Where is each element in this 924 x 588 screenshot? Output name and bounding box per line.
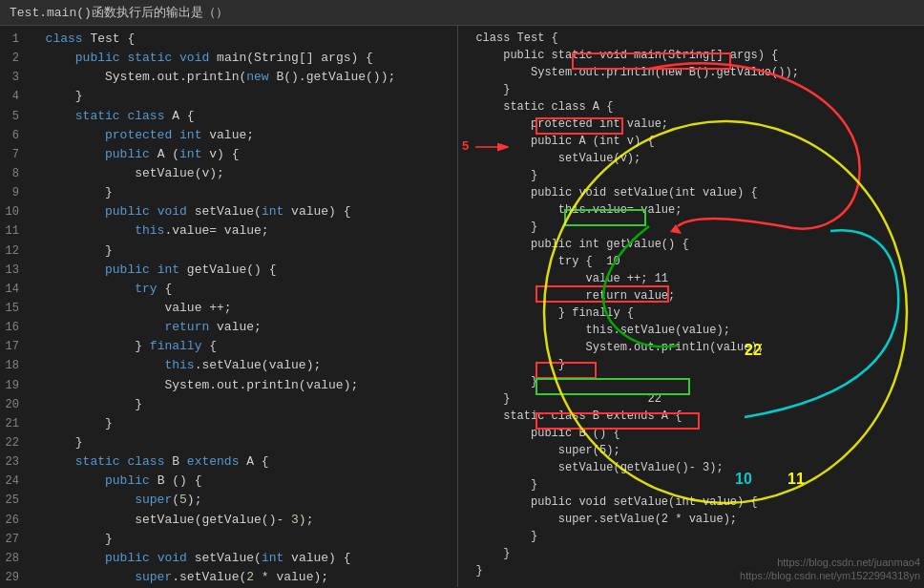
left-code-line: 24 public B () {	[0, 472, 457, 491]
right-code-line: public static void main(String[] args) {	[458, 47, 924, 64]
left-code-line: 20 }	[0, 395, 457, 414]
title-bar: Test.main()函数执行后的输出是（）	[0, 0, 924, 26]
main-container: 1 class Test {2 public static void main(…	[0, 26, 924, 587]
right-line-text: public int getValue() {	[462, 236, 689, 253]
line-number: 21	[4, 415, 31, 433]
left-code-line: 19 System.out.println(value);	[0, 376, 457, 395]
right-code-block: class Test { public static void main(Str…	[458, 30, 924, 579]
line-number: 6	[4, 127, 31, 145]
left-code-line: 17 } finally {	[0, 337, 457, 356]
line-number: 11	[4, 222, 31, 241]
right-code-line: public A (int v) {	[458, 133, 924, 150]
right-line-text: setValue(v);	[462, 150, 640, 167]
line-number: 19	[4, 377, 31, 395]
line-text: protected int value;	[31, 126, 254, 145]
right-line-text: this.setValue(value);	[462, 322, 730, 339]
right-code-line: public B () {	[458, 425, 924, 442]
left-code-line: 7 public A (int v) {	[0, 145, 457, 164]
line-number: 16	[4, 319, 31, 337]
line-text: public void setValue(int value) {	[31, 202, 351, 221]
line-number: 7	[4, 146, 31, 164]
left-code-line: 9 }	[0, 183, 457, 202]
left-code-line: 28 public void setValue(int value) {	[0, 549, 457, 568]
left-code-line: 22 }	[0, 433, 457, 452]
left-code-line: 10 public void setValue(int value) {	[0, 202, 457, 221]
right-code-line: value ++; 11	[458, 270, 924, 287]
right-line-text: value ++; 11	[462, 270, 668, 287]
line-text: System.out.println(new B().getValue());	[31, 68, 395, 87]
line-text: System.out.println(value);	[31, 376, 358, 395]
line-text: public static void main(String[] args) {	[31, 49, 373, 68]
line-number: 5	[4, 108, 31, 126]
line-number: 26	[4, 512, 31, 530]
page-title: Test.main()函数执行后的输出是（）	[10, 6, 228, 20]
left-code-block: 1 class Test {2 public static void main(…	[0, 30, 457, 587]
right-code-line: setValue(getValue()- 3);	[458, 459, 924, 476]
line-number: 9	[4, 184, 31, 202]
left-code-line: 2 public static void main(String[] args)…	[0, 49, 457, 68]
right-line-text: }	[462, 373, 537, 390]
line-number: 23	[4, 453, 31, 472]
line-number: 1	[4, 31, 31, 49]
line-number: 24	[4, 472, 31, 491]
right-code-line: } 22	[458, 390, 924, 408]
right-code-line: super.setValue(2 * value);	[458, 511, 924, 528]
line-number: 10	[4, 203, 31, 221]
right-code-line: public int getValue() {	[458, 236, 924, 253]
line-number: 18	[4, 357, 31, 375]
line-number: 3	[4, 69, 31, 87]
line-text: }	[31, 183, 113, 202]
left-code-line: 18 this.setValue(value);	[0, 356, 457, 375]
right-code-line: class Test {	[458, 30, 924, 47]
right-code-line: static class B extends A {	[458, 408, 924, 425]
right-code-line: setValue(v);	[458, 150, 924, 167]
right-line-text: class Test {	[462, 30, 558, 47]
right-code-line: this.value= value;	[458, 201, 924, 219]
right-line-text: }	[462, 356, 565, 373]
line-number: 17	[4, 338, 31, 356]
right-code-line: this.setValue(value);	[458, 322, 924, 339]
right-code-line: public void setValue(int value) {	[458, 494, 924, 511]
right-line-text: }	[462, 219, 537, 236]
right-code-line: System.out.println(value);	[458, 339, 924, 356]
right-code-line: }	[458, 476, 924, 494]
left-code-line: 29 super.setValue(2 * value);	[0, 568, 457, 587]
right-line-text: return value;	[462, 287, 675, 304]
line-text: }	[31, 242, 113, 261]
left-code-line: 15 value ++;	[0, 299, 457, 318]
right-code-line: }	[458, 219, 924, 236]
left-code-line: 16 return value;	[0, 318, 457, 337]
right-line-text: System.out.println(new B().getValue());	[462, 64, 799, 81]
line-number: 13	[4, 262, 31, 280]
line-number: 4	[4, 88, 31, 106]
left-code-panel: 1 class Test {2 public static void main(…	[0, 26, 458, 587]
right-code-line: super(5);	[458, 442, 924, 459]
left-code-line: 25 super(5);	[0, 491, 457, 510]
watermark-1: https://blog.csdn.net/juanmao4	[777, 556, 920, 568]
right-line-text: }	[462, 545, 510, 562]
line-text: }	[31, 87, 83, 106]
line-text: class Test {	[31, 30, 135, 49]
right-code-panel: class Test { public static void main(Str…	[458, 26, 924, 587]
right-line-text: try { 10	[462, 253, 620, 270]
right-line-text: public void setValue(int value) {	[462, 184, 758, 201]
right-code-line: try { 10	[458, 253, 924, 270]
line-text: public A (int v) {	[31, 145, 239, 164]
right-line-text: public B () {	[462, 425, 620, 442]
line-text: static class B extends A {	[31, 452, 269, 472]
watermark-2: https://blog.csdn.net/ym1522994318yn	[740, 570, 920, 581]
right-code-line: protected int value;	[458, 116, 924, 133]
line-number: 8	[4, 165, 31, 183]
right-line-text: public static void main(String[] args) {	[462, 47, 778, 64]
line-text: public void setValue(int value) {	[31, 549, 351, 568]
line-text: setValue(getValue()- 3);	[31, 511, 313, 530]
line-text: public B () {	[31, 472, 201, 491]
right-code-line: System.out.println(new B().getValue());	[458, 64, 924, 81]
right-line-text: setValue(getValue()- 3);	[462, 459, 724, 476]
line-text: super.setValue(2 * value);	[31, 568, 328, 587]
left-code-line: 4 }	[0, 87, 457, 106]
line-text: value ++;	[31, 299, 232, 318]
right-line-text: } 22	[462, 390, 662, 408]
left-code-line: 13 public int getValue() {	[0, 261, 457, 280]
line-number: 12	[4, 242, 31, 261]
